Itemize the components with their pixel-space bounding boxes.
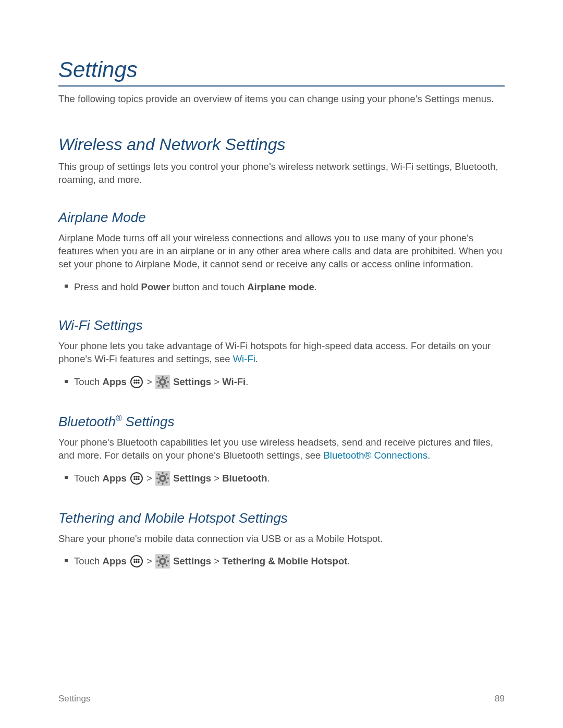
svg-point-20 [136,476,138,478]
svg-point-38 [136,559,138,561]
subsection-airplane-body: Airplane Mode turns off all your wireles… [58,232,505,271]
bold-text: Bluetooth [222,473,267,484]
subsection-wifi-heading: Wi-Fi Settings [58,317,505,334]
svg-point-3 [138,379,140,381]
wifi-link[interactable]: Wi-Fi [233,353,255,364]
bold-text: Settings [173,376,211,387]
svg-line-17 [166,377,167,379]
subsection-wifi-body: Your phone lets you take advantage of Wi… [58,340,505,366]
bluetooth-steps: Touch Apps > Settings > Bluetooth. [58,471,505,487]
separator: > [211,556,222,566]
apps-icon [130,554,143,568]
svg-line-53 [166,557,167,558]
svg-point-41 [136,561,138,563]
svg-point-40 [133,561,136,563]
separator: > [211,473,222,484]
bold-text: Settings [173,556,211,566]
svg-point-42 [138,561,140,563]
svg-point-22 [133,478,136,480]
section-wireless-heading: Wireless and Network Settings [58,135,505,154]
bold-text: Apps [103,473,127,484]
subsection-airplane-heading: Airplane Mode [58,209,505,226]
text: Touch [74,376,103,387]
bold-text: Airplane mode [247,281,314,292]
section-wireless-body: This group of settings lets you control … [58,161,505,187]
text: . [255,353,258,364]
svg-line-51 [166,564,167,566]
svg-point-27 [161,477,164,480]
svg-line-16 [158,385,160,387]
gear-icon [155,554,170,569]
svg-point-19 [133,476,136,478]
document-page: Settings The following topics provide an… [0,0,563,728]
svg-point-23 [136,478,138,480]
text: . [246,376,248,387]
gear-icon [155,375,170,389]
text: button and touch [170,281,247,292]
subsection-tethering-heading: Tethering and Mobile Hotspot Settings [58,510,505,526]
svg-line-52 [158,564,160,566]
svg-point-39 [138,559,140,561]
list-item: Touch Apps > Settings > Wi-Fi. [74,374,505,391]
text: . [427,450,430,461]
svg-point-2 [136,379,138,381]
separator: > [146,556,155,566]
tethering-steps: Touch Apps > Settings > Tethering & Mobi… [58,553,505,570]
text: Bluetooth [58,414,116,429]
svg-point-21 [138,476,140,478]
text: . [314,281,317,292]
svg-point-1 [133,379,136,381]
svg-line-14 [158,377,160,379]
svg-point-6 [138,382,140,384]
separator: > [146,376,155,387]
list-item: Touch Apps > Settings > Bluetooth. [74,471,505,487]
text: . [267,473,270,484]
bold-text: Apps [103,376,127,387]
text: Touch [74,556,103,566]
page-footer: Settings 89 [58,694,505,704]
apps-icon [130,375,143,389]
svg-point-45 [161,560,164,563]
footer-page-number: 89 [495,694,505,704]
text: Press and hold [74,281,141,292]
gear-icon [155,471,170,486]
text: Your phone lets you take advantage of Wi… [58,340,491,364]
separator: > [146,473,155,484]
registered-mark: ® [116,414,122,423]
page-title: Settings [58,57,505,87]
svg-point-4 [133,382,136,384]
text: Settings [121,414,174,429]
subsection-bluetooth-heading: Bluetooth® Settings [58,414,505,430]
airplane-steps: Press and hold Power button and touch Ai… [58,279,505,295]
text: Touch [74,473,103,484]
svg-line-34 [158,482,160,483]
apps-icon [130,472,143,485]
svg-point-37 [133,559,136,561]
svg-line-50 [158,557,160,558]
intro-paragraph: The following topics provide an overview… [58,93,505,106]
subsection-bluetooth-body: Your phone's Bluetooth capabilities let … [58,436,505,462]
bold-text: Settings [173,473,211,484]
svg-point-5 [136,382,138,384]
svg-point-24 [138,478,140,480]
text: . [347,556,350,566]
footer-label: Settings [58,694,90,704]
bold-text: Apps [103,556,127,566]
list-item: Press and hold Power button and touch Ai… [74,279,505,295]
wifi-steps: Touch Apps > Settings > Wi-Fi. [58,374,505,391]
svg-line-32 [158,474,160,475]
svg-point-9 [161,380,164,384]
list-item: Touch Apps > Settings > Tethering & Mobi… [74,553,505,570]
svg-line-33 [166,482,167,483]
bold-text: Wi-Fi [222,376,246,387]
svg-line-35 [166,474,167,475]
bluetooth-link[interactable]: Bluetooth® Connections [323,450,427,461]
bold-text: Tethering & Mobile Hotspot [222,556,347,566]
subsection-tethering-body: Share your phone's mobile data connectio… [58,533,505,546]
bold-text: Power [141,281,170,292]
svg-line-15 [166,385,167,387]
separator: > [211,376,222,387]
